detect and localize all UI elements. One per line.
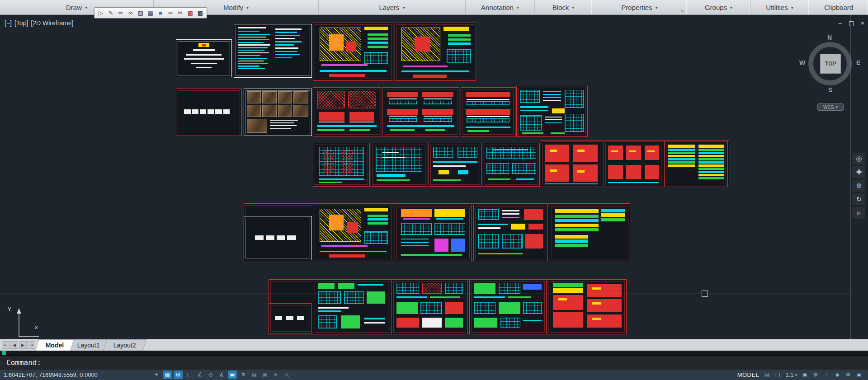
clean-screen-icon[interactable]: ▣ [854, 371, 863, 379]
annotation-visibility-icon[interactable]: ◉ [800, 371, 809, 379]
sheet-schedule-tables-2[interactable] [550, 205, 630, 261]
scissors-icon[interactable]: ✂ [175, 8, 185, 18]
view-controls-button[interactable]: [Top] [14, 19, 28, 27]
ortho-mode-icon[interactable]: ∟ [184, 371, 193, 379]
sheet-section-title-2[interactable] [244, 216, 312, 260]
viewcube-south[interactable]: S [828, 86, 832, 94]
hardware-acceleration-icon[interactable]: ◈ [833, 371, 842, 379]
model-space-button[interactable]: MODEL [737, 371, 760, 378]
link-icon[interactable]: ∞ [126, 8, 136, 18]
sheet-cover[interactable] [176, 39, 232, 77]
restore-button[interactable]: ▢ [849, 19, 854, 27]
prev-tab-button[interactable]: ◀ [10, 341, 18, 349]
command-line-input[interactable]: Command: [0, 355, 868, 370]
ribbon-panel-clipboard[interactable]: Clipboard [809, 0, 868, 14]
minimize-button[interactable]: – [839, 19, 842, 27]
sheet-beam-sections[interactable] [429, 143, 482, 187]
viewcube-north[interactable]: N [827, 34, 832, 41]
sheet-roof-truss[interactable] [483, 143, 540, 187]
visual-style-button[interactable]: [2D Wireframe] [31, 19, 73, 27]
grid-display-icon[interactable]: ⊞ [174, 371, 183, 379]
sheet-schedule-tables-1[interactable] [664, 141, 728, 187]
ribbon-panel-layers[interactable]: Layers ▾ [319, 0, 466, 14]
last-tab-button[interactable]: ⇥ [28, 341, 35, 349]
sheet-mep-details-2[interactable] [392, 279, 468, 334]
sheet-roof-plans[interactable] [313, 87, 381, 136]
transparency-icon[interactable]: ▤ [250, 371, 259, 379]
sheet-elevations-1[interactable] [382, 87, 459, 136]
tab-model[interactable]: Model [35, 339, 75, 351]
hatch-dark-icon[interactable]: ▨ [136, 8, 146, 18]
tab-layout2[interactable]: Layout2 [103, 339, 146, 351]
polar-tracking-icon[interactable]: ∠ [195, 371, 204, 379]
sheet-red-details-2[interactable] [604, 141, 663, 187]
sheet-mep-details-1[interactable] [313, 279, 390, 334]
swatch-red-icon[interactable]: ▩ [185, 8, 195, 18]
quick-view-layouts-icon[interactable]: ▢ [773, 371, 782, 379]
close-button[interactable]: × [861, 19, 864, 27]
ribbon-panel-utilities[interactable]: Utilities ▾ [750, 0, 809, 14]
run-script-icon[interactable]: ▷ [96, 8, 106, 18]
swatch-dark-icon[interactable]: ▩ [195, 8, 205, 18]
customization-gear-icon[interactable]: ⚙ [844, 371, 853, 379]
ribbon-panel-annotation[interactable]: Annotation ▾ [466, 0, 535, 14]
command-prompt: Command: [6, 358, 41, 367]
isolate-objects-icon[interactable]: ◌ [822, 371, 831, 379]
model-paper-toggle-icon[interactable]: ▤ [762, 371, 771, 379]
showmotion-icon[interactable]: ▹ [853, 207, 865, 219]
sheet-drawing-index[interactable] [234, 24, 312, 78]
zoom-icon[interactable]: ⊕ [853, 180, 865, 192]
viewcube-top-face[interactable]: TOP [820, 54, 841, 74]
sheet-photo-sheet[interactable] [244, 89, 312, 136]
annotation-monitor-icon[interactable]: △ [282, 371, 291, 379]
sheet-content-block [433, 179, 460, 181]
sheet-structural-details[interactable] [516, 86, 588, 137]
pan-icon[interactable]: ✚ [853, 166, 865, 178]
object-snap-tracking-icon[interactable]: ∡ [217, 371, 226, 379]
sheet-framing-plan[interactable] [371, 143, 427, 187]
sheet-pavilion-drawings[interactable] [395, 205, 472, 261]
ribbon-panel-block[interactable]: Block ▾ [535, 0, 592, 14]
sheet-red-details-1[interactable] [541, 141, 602, 187]
wcs-dropdown[interactable]: WCS ▾ [817, 103, 844, 111]
annotation-scale-control[interactable]: 1:1 ▾ [785, 371, 797, 378]
pencil-icon[interactable]: ✎ [106, 8, 116, 18]
sheet-plumbing-details[interactable] [469, 279, 547, 334]
viewport-menu-button[interactable]: [−] [5, 19, 12, 27]
blue-square-icon[interactable]: ■ [156, 8, 165, 18]
pencil-edit-icon[interactable]: ✏ [116, 8, 126, 18]
sheet-detail-drawings[interactable] [473, 205, 548, 261]
sheet-content-block [525, 234, 543, 249]
object-snap-icon[interactable]: ▣ [228, 371, 237, 379]
ribbon-panel-properties[interactable]: Properties ▾ ↘ [592, 0, 687, 14]
hatch-grid-icon[interactable]: ▦ [146, 8, 156, 18]
sheet-site-plan-3[interactable] [313, 204, 393, 261]
sheet-section-title-1[interactable] [176, 89, 242, 136]
next-tab-button[interactable]: ▶ [19, 341, 27, 349]
viewcube-west[interactable]: W [799, 59, 805, 66]
sheet-red-schedules[interactable] [548, 279, 627, 334]
sheet-content-block [565, 90, 584, 108]
sheet-elevations-2[interactable] [461, 87, 515, 136]
drawing-canvas[interactable]: [−] [Top] [2D Wireframe] – ▢ × N W E S T… [0, 15, 868, 339]
infer-constraints-icon[interactable]: + [152, 371, 161, 379]
sheet-site-plan-2[interactable] [395, 23, 476, 81]
sheet-content-block [342, 150, 353, 160]
snap-mode-icon[interactable]: ▦ [163, 371, 172, 379]
orbit-icon[interactable]: ↻ [853, 193, 865, 205]
annotation-autoscale-icon[interactable]: ⊕ [811, 371, 820, 379]
isometric-drafting-icon[interactable]: ◇ [206, 371, 215, 379]
sheet-grid-plan[interactable] [313, 143, 370, 187]
viewcube-east[interactable]: E [856, 59, 860, 66]
first-tab-button[interactable]: ⇤ [2, 341, 9, 349]
sheet-site-plan-1[interactable] [313, 23, 393, 81]
sheet-section-title-3[interactable] [269, 303, 312, 333]
coordinates-display[interactable]: 1.6042E+07, 7169948.5559, 0.0000 [4, 371, 126, 378]
lineweight-icon[interactable]: ≡ [239, 371, 248, 379]
navigation-wheel-icon[interactable]: ◎ [853, 153, 865, 164]
selection-cycling-icon[interactable]: ◎ [260, 371, 269, 379]
chain-icon[interactable]: ∾ [165, 8, 175, 18]
panel-launcher-icon[interactable]: ↘ [680, 8, 684, 14]
dynamic-input-icon[interactable]: ⌖ [271, 371, 280, 379]
ribbon-panel-groups[interactable]: Groups ▾ [687, 0, 750, 14]
